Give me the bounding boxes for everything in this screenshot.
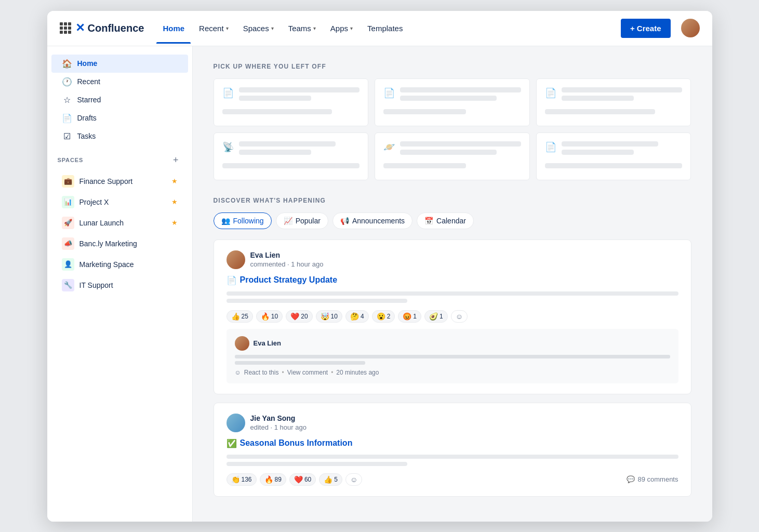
reaction-avocado[interactable]: 🥑1 bbox=[424, 310, 448, 323]
calendar-icon: 📅 bbox=[424, 217, 433, 225]
sidebar-space-itsupport[interactable]: 🔧 IT Support bbox=[51, 275, 188, 296]
nav-spaces[interactable]: Spaces ▾ bbox=[237, 20, 280, 37]
comment-username: Eva Lien bbox=[254, 339, 281, 347]
reaction-clap[interactable]: 👏136 bbox=[227, 473, 257, 486]
feed-1-article-title[interactable]: 📄 Product Strategy Update bbox=[227, 275, 678, 285]
projectx-star-icon: ★ bbox=[171, 198, 178, 206]
tasks-icon: ☑ bbox=[62, 131, 72, 141]
nav-apps[interactable]: Apps ▾ bbox=[324, 20, 359, 37]
nav-links: Home Recent ▾ Spaces ▾ Teams ▾ Apps ▾ Te… bbox=[156, 20, 616, 37]
feed-2-article-icon: ✅ bbox=[227, 438, 237, 448]
app-window: ✕ Confluence Home Recent ▾ Spaces ▾ Team… bbox=[47, 11, 712, 522]
tab-announcements[interactable]: 📢 Announcements bbox=[332, 212, 412, 229]
recent-card-4[interactable]: 📡 bbox=[214, 132, 369, 180]
spaces-section-label: SPACES + bbox=[47, 145, 192, 171]
feed-card-2: Jie Yan Song edited · 1 hour ago ✅ Seaso… bbox=[214, 403, 691, 497]
card-doc-icon: 📄 bbox=[222, 87, 234, 99]
reaction-surprised[interactable]: 😮2 bbox=[372, 310, 395, 323]
feed-2-header: Jie Yan Song edited · 1 hour ago bbox=[227, 414, 678, 432]
create-button[interactable]: + Create bbox=[621, 19, 671, 38]
avatar-image bbox=[681, 19, 700, 37]
comments-bubble-icon: 💬 bbox=[627, 475, 635, 483]
add-space-button[interactable]: + bbox=[170, 154, 182, 167]
view-comment-link[interactable]: View comment bbox=[287, 369, 328, 376]
apps-chevron-icon: ▾ bbox=[350, 25, 353, 31]
add-reaction-button[interactable]: ☺ bbox=[451, 310, 468, 323]
sidebar-space-marketing[interactable]: 👤 Marketing Space bbox=[51, 254, 188, 275]
marketing-space-icon: 👤 bbox=[62, 258, 74, 271]
nav-teams[interactable]: Teams ▾ bbox=[282, 20, 322, 37]
logo-text[interactable]: ✕ Confluence bbox=[75, 21, 144, 35]
reaction-mindblown[interactable]: 🤯10 bbox=[316, 310, 342, 323]
sidebar: 🏠 Home 🕐 Recent ☆ Starred 📄 Drafts ☑ Tas… bbox=[47, 46, 193, 522]
sidebar-space-bancly[interactable]: 📣 Banc.ly Marketing bbox=[51, 233, 188, 254]
nav-recent[interactable]: Recent ▾ bbox=[193, 20, 235, 37]
discover-tabs: 👥 Following 📈 Popular 📢 Announcements 📅 … bbox=[214, 212, 691, 229]
feed-2-avatar bbox=[227, 414, 245, 432]
recent-card-1[interactable]: 📄 bbox=[214, 78, 369, 126]
nav-templates[interactable]: Templates bbox=[361, 20, 409, 37]
topnav: ✕ Confluence Home Recent ▾ Spaces ▾ Team… bbox=[47, 11, 712, 46]
feed-1-header: Eva Lien commented · 1 hour ago bbox=[227, 250, 678, 269]
sidebar-item-home[interactable]: 🏠 Home bbox=[51, 55, 188, 73]
feed-1-avatar bbox=[227, 250, 245, 269]
react-to-this-link[interactable]: React to this bbox=[244, 369, 279, 376]
reaction-fire[interactable]: 🔥10 bbox=[256, 310, 283, 323]
add-reaction-button-2[interactable]: ☺ bbox=[345, 473, 362, 486]
lunar-star-icon: ★ bbox=[171, 219, 178, 227]
announcements-icon: 📢 bbox=[340, 217, 349, 225]
tab-calendar[interactable]: 📅 Calendar bbox=[417, 212, 474, 229]
feed-2-action: edited · 1 hour ago bbox=[250, 423, 307, 431]
recent-card-3[interactable]: 📄 bbox=[536, 78, 691, 126]
star-icon: ☆ bbox=[62, 95, 72, 105]
reaction-thumbsup-2[interactable]: 👍5 bbox=[319, 473, 342, 486]
recent-icon: 🕐 bbox=[62, 77, 72, 87]
reaction-heart[interactable]: ❤️20 bbox=[286, 310, 312, 323]
recent-card-5[interactable]: 🪐 bbox=[375, 132, 530, 180]
finance-space-icon: 💼 bbox=[62, 175, 74, 188]
comment-time: 20 minutes ago bbox=[336, 369, 379, 376]
spaces-chevron-icon: ▾ bbox=[271, 25, 274, 31]
feed-2-article-title[interactable]: ✅ Seasonal Bonus Information bbox=[227, 438, 678, 448]
user-avatar[interactable] bbox=[681, 19, 700, 37]
card-doc-icon-2: 📄 bbox=[383, 87, 395, 99]
following-icon: 👥 bbox=[221, 217, 230, 225]
bancly-space-icon: 📣 bbox=[62, 237, 74, 250]
tab-following[interactable]: 👥 Following bbox=[214, 212, 272, 229]
drafts-icon: 📄 bbox=[62, 113, 72, 123]
comments-count[interactable]: 💬 89 comments bbox=[627, 475, 678, 483]
sidebar-space-projectx[interactable]: 📊 Project X ★ bbox=[51, 192, 188, 212]
feed-2-reactions: 👏136 🔥89 ❤️60 👍5 ☺ bbox=[227, 473, 363, 486]
reaction-fire-2[interactable]: 🔥89 bbox=[260, 473, 286, 486]
reaction-heart-2[interactable]: ❤️60 bbox=[289, 473, 316, 486]
reaction-think[interactable]: 🤔4 bbox=[345, 310, 369, 323]
card-satellite-icon: 📡 bbox=[222, 141, 234, 153]
sidebar-item-drafts[interactable]: 📄 Drafts bbox=[51, 109, 188, 127]
grid-icon[interactable] bbox=[60, 22, 71, 34]
sidebar-space-lunar[interactable]: 🚀 Lunar Launch ★ bbox=[51, 212, 188, 233]
feed-2-username: Jie Yan Song bbox=[250, 414, 307, 422]
sidebar-item-tasks[interactable]: ☑ Tasks bbox=[51, 127, 188, 145]
sidebar-space-finance[interactable]: 💼 Finance Support ★ bbox=[51, 171, 188, 192]
reaction-thumbsup[interactable]: 👍25 bbox=[227, 310, 253, 323]
recent-cards-grid: 📄 📄 bbox=[214, 78, 691, 180]
card-planet-icon: 🪐 bbox=[383, 141, 395, 153]
card-doc-icon-3: 📄 bbox=[545, 87, 556, 99]
tab-popular[interactable]: 📈 Popular bbox=[276, 212, 328, 229]
projectx-space-icon: 📊 bbox=[62, 196, 74, 208]
discover-section-title: DISCOVER WHAT'S HAPPENING bbox=[214, 197, 691, 204]
finance-star-icon: ★ bbox=[171, 177, 178, 185]
main-content: PICK UP WHERE YOU LEFT OFF 📄 📄 bbox=[193, 46, 712, 522]
comment-avatar bbox=[235, 336, 249, 351]
popular-icon: 📈 bbox=[284, 217, 292, 225]
feed-card-1: Eva Lien commented · 1 hour ago 📄 Produc… bbox=[214, 240, 691, 394]
reaction-angry[interactable]: 😡1 bbox=[398, 310, 421, 323]
react-to-this-icon: ☺ bbox=[235, 369, 241, 376]
nav-home[interactable]: Home bbox=[156, 20, 191, 37]
recent-card-6[interactable]: 📄 bbox=[536, 132, 691, 180]
main-layout: 🏠 Home 🕐 Recent ☆ Starred 📄 Drafts ☑ Tas… bbox=[47, 46, 712, 522]
sidebar-item-starred[interactable]: ☆ Starred bbox=[51, 91, 188, 109]
recent-card-2[interactable]: 📄 bbox=[375, 78, 530, 126]
sidebar-item-recent[interactable]: 🕐 Recent bbox=[51, 73, 188, 91]
teams-chevron-icon: ▾ bbox=[313, 25, 316, 31]
